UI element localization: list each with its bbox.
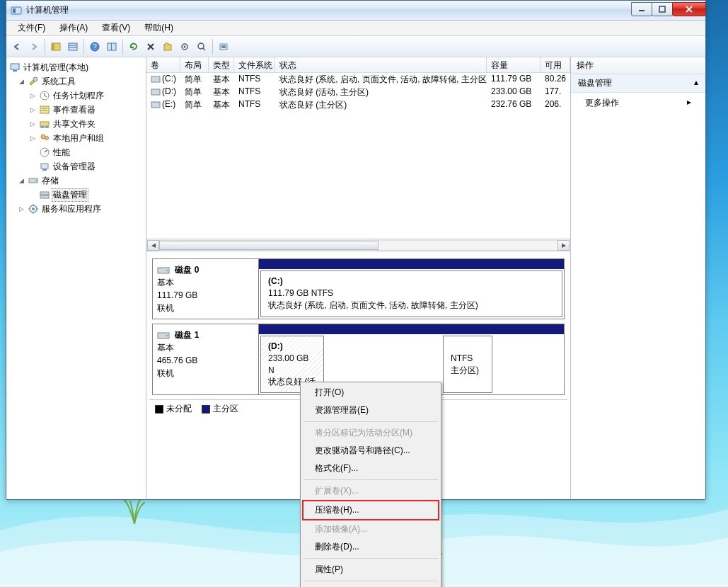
col-free[interactable]: 可用	[541, 57, 570, 72]
computer-icon	[9, 62, 21, 73]
svg-point-47	[166, 335, 168, 336]
storage-icon	[28, 175, 39, 186]
tree-services[interactable]: ▷ 服务和应用程序	[6, 202, 146, 216]
expand-icon[interactable]: ▷	[28, 106, 37, 113]
svg-point-45	[166, 270, 168, 271]
collapse-icon[interactable]: ◢	[16, 177, 26, 184]
collapse-icon[interactable]: ▴	[694, 77, 698, 89]
partition-c[interactable]: (C:) 111.79 GB NTFS 状态良好 (系统, 启动, 页面文件, …	[260, 270, 562, 317]
svg-point-40	[32, 207, 35, 210]
col-type[interactable]: 类型	[209, 57, 234, 72]
tree-shared-folders[interactable]: ▷ 共享文件夹	[6, 117, 146, 131]
table-row[interactable]: (E:)简单基本NTFS状态良好 (主分区)232.76 GB206.	[146, 98, 570, 111]
wallpaper-grass-icon	[113, 496, 156, 524]
find-button[interactable]	[194, 39, 209, 55]
menu-view[interactable]: 查看(V)	[96, 21, 136, 35]
scroll-right-button[interactable]: ▶	[557, 240, 570, 251]
show-hide-tree-button[interactable]	[48, 39, 64, 55]
ctx-delete[interactable]: 删除卷(D)...	[302, 538, 439, 556]
toolbar: ?	[6, 36, 705, 57]
disk-icon	[157, 266, 170, 275]
disk-mgmt-icon	[39, 189, 50, 200]
tree-disk-management[interactable]: 磁盘管理	[6, 188, 146, 202]
svg-rect-19	[221, 45, 226, 48]
actions-more[interactable]: 更多操作 ▸	[571, 93, 705, 113]
nav-forward-button[interactable]	[26, 39, 42, 55]
ctx-format[interactable]: 格式化(F)...	[302, 460, 439, 477]
ctx-help[interactable]: 帮助(H)	[302, 583, 439, 587]
disk-0-block[interactable]: 磁盘 0 基本 111.79 GB 联机 (C:) 111.79 GB NTFS…	[152, 258, 565, 319]
ctx-explorer[interactable]: 资源管理器(E)	[302, 401, 439, 419]
partition-detail: NTFS	[451, 353, 473, 363]
tree-task-scheduler[interactable]: ▷ 任务计划程序	[6, 89, 146, 103]
scroll-track[interactable]	[159, 240, 557, 251]
toolbar-button[interactable]	[216, 39, 231, 55]
table-row[interactable]: (D:)简单基本NTFS状态良好 (活动, 主分区)233.00 GB177.	[146, 86, 570, 98]
collapse-icon[interactable]: ◢	[16, 78, 26, 85]
settings-button[interactable]	[177, 39, 192, 55]
ctx-properties[interactable]: 属性(P)	[302, 561, 439, 579]
delete-button[interactable]	[143, 39, 158, 55]
ctx-shrink[interactable]: 压缩卷(H)...	[315, 503, 427, 518]
scroll-thumb[interactable]	[159, 241, 379, 250]
tree-local-users[interactable]: ▷ 本地用户和组	[6, 131, 146, 145]
ctx-add-mirror: 添加镜像(A)...	[302, 520, 439, 538]
ctx-open[interactable]: 打开(O)	[302, 384, 439, 401]
help-button[interactable]: ?	[87, 39, 103, 55]
volume-table[interactable]: 卷 布局 类型 文件系统 状态 容量 可用 (C:)简单基本NTFS状态良好 (…	[146, 57, 570, 251]
partition-detail: 233.00 GB N	[268, 353, 308, 375]
col-status[interactable]: 状态	[275, 57, 487, 72]
tree-storage[interactable]: ◢ 存储	[6, 173, 146, 188]
svg-rect-33	[41, 164, 48, 169]
tree-root[interactable]: 计算机管理(本地)	[6, 60, 146, 74]
menu-help[interactable]: 帮助(H)	[139, 21, 179, 35]
toolbar-button[interactable]	[104, 39, 120, 55]
svg-point-28	[41, 125, 44, 128]
ctx-change-letter[interactable]: 更改驱动器号和路径(C)...	[302, 442, 439, 460]
svg-rect-6	[69, 43, 77, 50]
svg-point-36	[35, 180, 37, 181]
tree-device-manager[interactable]: 设备管理器	[6, 159, 146, 173]
expand-icon[interactable]: ▷	[28, 135, 37, 142]
toolbar-button[interactable]	[160, 39, 175, 55]
disk-size: 465.76 GB	[157, 355, 197, 365]
tree-system-tools[interactable]: ◢ 系统工具	[6, 74, 146, 89]
disk-size: 111.79 GB	[157, 290, 197, 300]
col-volume[interactable]: 卷	[146, 57, 180, 72]
col-filesystem[interactable]: 文件系统	[234, 57, 275, 72]
users-icon	[39, 132, 50, 144]
svg-point-16	[198, 43, 204, 49]
device-icon	[39, 161, 50, 172]
nav-back-button[interactable]	[9, 39, 25, 55]
titlebar[interactable]: 计算机管理	[6, 1, 705, 21]
expand-icon[interactable]: ▷	[28, 120, 37, 127]
clock-icon	[39, 90, 50, 101]
tree-event-viewer[interactable]: ▷ 事件查看器	[6, 103, 146, 117]
col-layout[interactable]: 布局	[180, 57, 209, 72]
col-capacity[interactable]: 容量	[487, 57, 541, 72]
svg-point-29	[45, 125, 48, 128]
volume-icon	[151, 88, 161, 96]
menu-action[interactable]: 操作(A)	[54, 21, 93, 35]
expand-icon[interactable]: ▷	[16, 205, 26, 212]
horizontal-scrollbar[interactable]: ◀ ▶	[146, 239, 570, 251]
svg-point-22	[33, 77, 37, 81]
menu-file[interactable]: 文件(F)	[12, 21, 51, 35]
maximize-button[interactable]	[652, 2, 673, 16]
close-button[interactable]	[672, 2, 706, 16]
view-button[interactable]	[65, 39, 81, 55]
disk-1-info: 磁盘 1 基本 465.76 GB 联机	[153, 324, 259, 394]
tree-performance[interactable]: 性能	[6, 145, 146, 159]
expand-icon[interactable]: ▷	[28, 92, 37, 99]
actions-section-disk-mgmt[interactable]: 磁盘管理 ▴	[571, 74, 705, 93]
refresh-button[interactable]	[126, 39, 141, 55]
svg-rect-3	[659, 6, 665, 12]
svg-rect-38	[40, 195, 49, 198]
partition-stripe	[259, 324, 564, 334]
scroll-left-button[interactable]: ◀	[147, 240, 159, 251]
partition-e[interactable]: NTFS 主分区)	[443, 336, 492, 393]
table-row[interactable]: (C:)简单基本NTFS状态良好 (系统, 启动, 页面文件, 活动, 故障转储…	[146, 73, 570, 86]
disk-type: 基本	[157, 343, 174, 353]
navigation-tree[interactable]: 计算机管理(本地) ◢ 系统工具 ▷ 任务计划程序 ▷ 事件查看器 ▷ 共享文件…	[6, 57, 146, 499]
minimize-button[interactable]	[631, 2, 652, 16]
